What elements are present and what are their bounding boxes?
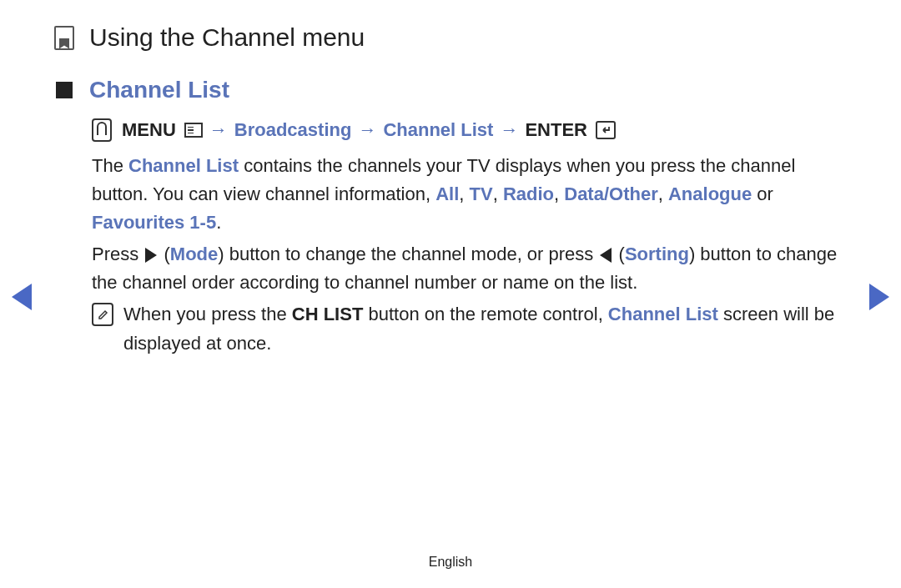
bookmark-icon — [54, 26, 74, 50]
breadcrumb-arrow: → — [358, 119, 376, 141]
section-title: Channel List — [89, 77, 229, 103]
enter-icon — [596, 121, 616, 139]
note-icon — [92, 303, 113, 326]
nav-prev-button[interactable] — [12, 284, 32, 310]
breadcrumb-menu: MENU — [122, 119, 176, 141]
section-heading: Channel List — [54, 77, 847, 103]
footer-language: English — [0, 555, 901, 570]
paragraph-2: Press (Mode) button to change the channe… — [54, 240, 847, 297]
breadcrumb-enter: ENTER — [525, 119, 587, 141]
triangle-left-icon — [600, 248, 612, 263]
square-bullet-icon — [56, 82, 73, 98]
note-row: When you press the CH LIST button on the… — [54, 300, 847, 357]
note-text: When you press the CH LIST button on the… — [123, 300, 838, 357]
triangle-right-icon — [145, 248, 157, 263]
breadcrumb-channel-list: Channel List — [383, 119, 493, 141]
breadcrumb-arrow: → — [209, 119, 228, 141]
menu-grid-icon — [184, 123, 203, 138]
page-title-text: Using the Channel menu — [89, 23, 365, 52]
breadcrumb-broadcasting: Broadcasting — [234, 119, 352, 141]
page-title: Using the Channel menu — [54, 23, 847, 52]
hand-icon — [92, 118, 112, 142]
breadcrumb: MENU → Broadcasting → Channel List → ENT… — [54, 118, 847, 142]
nav-next-button[interactable] — [869, 284, 889, 310]
paragraph-1: The Channel List contains the channels y… — [54, 152, 847, 237]
breadcrumb-arrow: → — [500, 119, 518, 141]
